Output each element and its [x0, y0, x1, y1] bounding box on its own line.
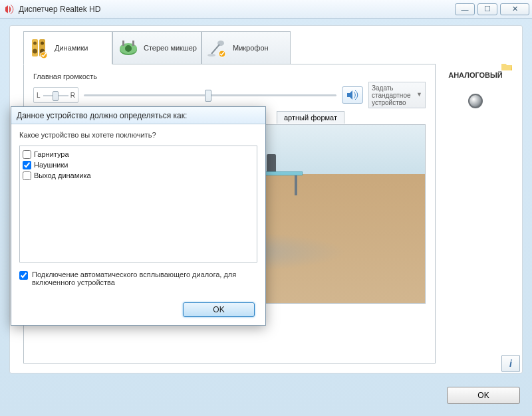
- sound-icon: [346, 90, 358, 100]
- tab-label: Микрофон: [233, 44, 269, 52]
- svg-point-3: [33, 49, 37, 54]
- svg-rect-11: [132, 41, 134, 46]
- minimize-button[interactable]: —: [455, 3, 475, 15]
- auto-popup-label: Подключение автоматического всплывающего…: [32, 270, 257, 286]
- main-ok-button[interactable]: OK: [447, 387, 520, 404]
- mixer-icon: [117, 37, 140, 59]
- window-controls: — ☐ ✕: [455, 3, 529, 15]
- auto-popup-option[interactable]: Подключение автоматического всплывающего…: [19, 270, 257, 286]
- subtab-default-format[interactable]: артный формат: [277, 111, 344, 124]
- titlebar: Диспетчер Realtek HD — ☐ ✕: [0, 0, 532, 19]
- dialog-question: Какое устройство вы хотете поключить?: [19, 131, 257, 139]
- close-button[interactable]: ✕: [500, 3, 529, 15]
- speakers-icon: [28, 37, 51, 59]
- auto-popup-checkbox[interactable]: [19, 271, 28, 280]
- dialog-ok-button[interactable]: OK: [183, 302, 255, 317]
- info-icon: i: [509, 358, 512, 369]
- balance-slider[interactable]: L R: [33, 87, 78, 103]
- default-button-label: Задать стандартное устройство: [372, 84, 416, 106]
- option-label: Наушники: [34, 161, 68, 169]
- svg-point-9: [125, 45, 132, 52]
- app-icon: [4, 4, 15, 15]
- folder-icon[interactable]: [501, 62, 513, 71]
- balance-thumb[interactable]: [53, 91, 59, 101]
- tab-microphone[interactable]: Микрофон: [201, 31, 291, 64]
- option-headset-checkbox[interactable]: [23, 150, 31, 159]
- device-detect-dialog: Данное устройство должно определяться ка…: [11, 106, 266, 326]
- sub-tabs: артный формат: [277, 111, 344, 124]
- option-label: Выход динамика: [34, 171, 91, 179]
- option-label: Гарнитура: [34, 150, 69, 158]
- option-speaker-out[interactable]: Выход динамика: [23, 170, 254, 181]
- option-headphones-checkbox[interactable]: [23, 161, 31, 169]
- tab-stereo-mixer[interactable]: Стерео микшер: [112, 31, 201, 64]
- chevron-down-icon: ▼: [416, 92, 422, 98]
- svg-point-13: [207, 54, 215, 56]
- svg-point-4: [41, 42, 44, 45]
- set-default-device-button[interactable]: Задать стандартное устройство ▼: [368, 82, 426, 108]
- tab-label: Динамики: [55, 44, 88, 52]
- balance-right-label: R: [70, 92, 75, 99]
- tab-speakers[interactable]: Динамики: [23, 31, 112, 64]
- device-tabs: Динамики Стерео микшер Микрофон: [23, 31, 291, 64]
- window-title: Диспетчер Realtek HD: [19, 5, 455, 14]
- svg-rect-10: [122, 41, 124, 46]
- device-options-list: Гарнитура Наушники Выход динамика: [19, 146, 257, 262]
- volume-slider[interactable]: [84, 87, 336, 103]
- dialog-title: Данное устройство должно определяться ка…: [11, 107, 265, 124]
- volume-thumb[interactable]: [205, 90, 211, 102]
- maximize-button[interactable]: ☐: [477, 3, 497, 15]
- balance-left-label: L: [37, 92, 41, 99]
- volume-label: Главная громкость: [33, 72, 426, 80]
- info-button[interactable]: i: [501, 355, 520, 372]
- analog-panel: АНАЛОГОВЫЙ: [438, 68, 513, 364]
- main-volume-group: Главная громкость L R: [33, 72, 426, 108]
- option-headphones[interactable]: Наушники: [23, 159, 254, 170]
- analog-jack-indicator[interactable]: [468, 94, 483, 108]
- svg-point-2: [33, 42, 37, 45]
- mic-icon: [206, 37, 229, 59]
- option-speaker-out-checkbox[interactable]: [23, 171, 31, 180]
- analog-label: АНАЛОГОВЫЙ: [438, 71, 513, 79]
- tab-label: Стерео микшер: [144, 44, 197, 52]
- option-headset[interactable]: Гарнитура: [23, 149, 254, 159]
- mute-button[interactable]: [342, 86, 363, 104]
